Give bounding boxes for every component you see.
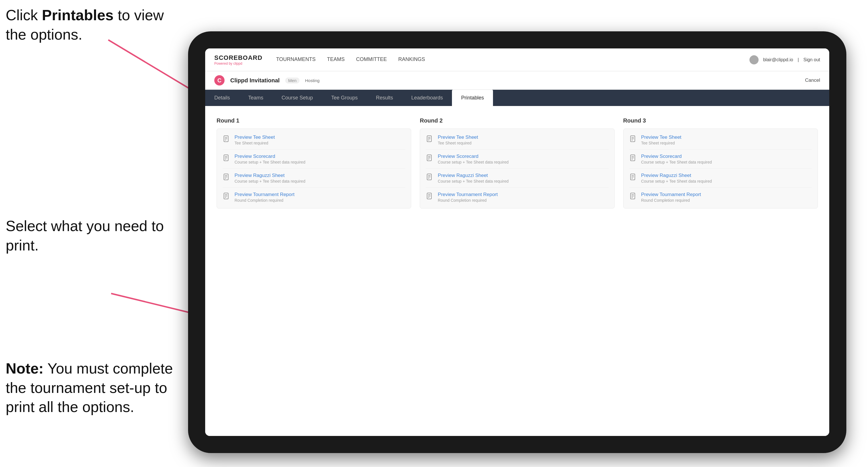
r3-tournament-report[interactable]: Preview Tournament Report Round Completi… <box>629 188 812 203</box>
r1-raguzzi[interactable]: Preview Raguzzi Sheet Course setup + Tee… <box>222 169 405 188</box>
document-icon-r3-4 <box>629 192 637 200</box>
instruction-top: Click Printables to view the options. <box>6 6 182 44</box>
r1-scorecard-title[interactable]: Preview Scorecard <box>235 154 305 159</box>
tablet-screen: SCOREBOARD Powered by clippd TOURNAMENTS… <box>205 49 829 436</box>
nav-separator: | <box>798 57 799 62</box>
r2-tee-sheet-sub: Tee Sheet required <box>438 141 478 145</box>
round-1-card: Preview Tee Sheet Tee Sheet required Pre… <box>217 128 411 209</box>
r2-tee-sheet[interactable]: Preview Tee Sheet Tee Sheet required <box>426 134 609 150</box>
r2-scorecard-title[interactable]: Preview Scorecard <box>438 154 508 159</box>
r2-tournament-report[interactable]: Preview Tournament Report Round Completi… <box>426 188 609 203</box>
tournament-status: Hosting <box>305 78 320 83</box>
r1-tee-sheet-title[interactable]: Preview Tee Sheet <box>235 134 275 140</box>
r3-tee-sheet[interactable]: Preview Tee Sheet Tee Sheet required <box>629 134 812 150</box>
r1-report-sub: Round Completion required <box>235 198 294 203</box>
r1-raguzzi-title[interactable]: Preview Raguzzi Sheet <box>235 173 305 178</box>
document-icon-r3-1 <box>629 135 637 143</box>
r3-scorecard-sub: Course setup + Tee Sheet data required <box>641 160 712 164</box>
r1-tee-sheet-sub: Tee Sheet required <box>235 141 275 145</box>
round-1-title: Round 1 <box>217 117 411 124</box>
tournament-tag: Men <box>285 77 299 84</box>
r2-raguzzi-title[interactable]: Preview Raguzzi Sheet <box>438 173 508 178</box>
r1-report-title[interactable]: Preview Tournament Report <box>235 192 294 197</box>
rounds-container: Round 1 Preview Tee Sheet Tee Sheet requ… <box>217 117 818 209</box>
r3-report-sub: Round Completion required <box>641 198 701 203</box>
document-icon-r2-1 <box>426 135 434 143</box>
tournament-name: Clippd Invitational <box>230 77 280 84</box>
tab-teams[interactable]: Teams <box>239 90 272 106</box>
nav-link-tournaments[interactable]: TOURNAMENTS <box>276 55 316 64</box>
r2-report-sub: Round Completion required <box>438 198 498 203</box>
tab-details[interactable]: Details <box>205 90 239 106</box>
nav-user-email: blair@clippd.io <box>763 57 793 62</box>
tournament-header: C Clippd Invitational Men Hosting Cancel <box>205 71 829 90</box>
r3-scorecard[interactable]: Preview Scorecard Course setup + Tee She… <box>629 150 812 169</box>
nav-logo: SCOREBOARD Powered by clippd <box>214 54 262 65</box>
document-icon-4 <box>222 192 230 200</box>
r2-report-title[interactable]: Preview Tournament Report <box>438 192 498 197</box>
round-2-card: Preview Tee Sheet Tee Sheet required Pre… <box>420 128 614 209</box>
nav-link-teams[interactable]: TEAMS <box>327 55 345 64</box>
cancel-button[interactable]: Cancel <box>805 77 820 83</box>
tournament-logo: C <box>214 75 224 86</box>
round-3-title: Round 3 <box>623 117 818 124</box>
tab-results[interactable]: Results <box>367 90 402 106</box>
document-icon-r2-2 <box>426 154 434 162</box>
nav-avatar <box>749 55 758 64</box>
nav-links: TOURNAMENTS TEAMS COMMITTEE RANKINGS <box>276 55 749 64</box>
document-icon-r2-4 <box>426 192 434 200</box>
r2-scorecard[interactable]: Preview Scorecard Course setup + Tee She… <box>426 150 609 169</box>
sign-out-link[interactable]: Sign out <box>803 57 820 62</box>
r1-tee-sheet[interactable]: Preview Tee Sheet Tee Sheet required <box>222 134 405 150</box>
tab-printables[interactable]: Printables <box>452 90 493 106</box>
r2-raguzzi-sub: Course setup + Tee Sheet data required <box>438 179 508 184</box>
r2-raguzzi[interactable]: Preview Raguzzi Sheet Course setup + Tee… <box>426 169 609 188</box>
tab-course-setup[interactable]: Course Setup <box>272 90 322 106</box>
r1-raguzzi-sub: Course setup + Tee Sheet data required <box>235 179 305 184</box>
round-2-column: Round 2 Preview Tee Sheet Tee Sheet requ… <box>420 117 614 209</box>
r3-report-title[interactable]: Preview Tournament Report <box>641 192 701 197</box>
nav-link-committee[interactable]: COMMITTEE <box>356 55 387 64</box>
nav-logo-sub: Powered by clippd <box>214 62 262 65</box>
nav-right: blair@clippd.io | Sign out <box>749 55 820 64</box>
r1-scorecard[interactable]: Preview Scorecard Course setup + Tee She… <box>222 150 405 169</box>
document-icon-2 <box>222 154 230 162</box>
document-icon-r3-3 <box>629 173 637 181</box>
round-3-column: Round 3 Preview Tee Sheet Tee Sheet requ… <box>623 117 818 209</box>
r3-raguzzi-title[interactable]: Preview Raguzzi Sheet <box>641 173 712 178</box>
tab-bar: Details Teams Course Setup Tee Groups Re… <box>205 90 829 106</box>
document-icon <box>222 135 230 143</box>
round-3-card: Preview Tee Sheet Tee Sheet required Pre… <box>623 128 818 209</box>
r3-tee-sheet-sub: Tee Sheet required <box>641 141 681 145</box>
r3-scorecard-title[interactable]: Preview Scorecard <box>641 154 712 159</box>
document-icon-r2-3 <box>426 173 434 181</box>
tournament-info: C Clippd Invitational Men Hosting <box>214 75 319 86</box>
document-icon-r3-2 <box>629 154 637 162</box>
r1-scorecard-sub: Course setup + Tee Sheet data required <box>235 160 305 164</box>
nav-logo-title: SCOREBOARD <box>214 54 262 62</box>
r3-raguzzi-sub: Course setup + Tee Sheet data required <box>641 179 712 184</box>
r3-tee-sheet-title[interactable]: Preview Tee Sheet <box>641 134 681 140</box>
tab-tee-groups[interactable]: Tee Groups <box>322 90 367 106</box>
instruction-middle: Select what you need to print. <box>6 217 182 255</box>
r2-tee-sheet-title[interactable]: Preview Tee Sheet <box>438 134 478 140</box>
tab-leaderboards[interactable]: Leaderboards <box>402 90 452 106</box>
r1-tournament-report[interactable]: Preview Tournament Report Round Completi… <box>222 188 405 203</box>
tablet-frame: SCOREBOARD Powered by clippd TOURNAMENTS… <box>188 31 846 453</box>
round-1-column: Round 1 Preview Tee Sheet Tee Sheet requ… <box>217 117 411 209</box>
nav-bar: SCOREBOARD Powered by clippd TOURNAMENTS… <box>205 49 829 71</box>
document-icon-3 <box>222 173 230 181</box>
r2-scorecard-sub: Course setup + Tee Sheet data required <box>438 160 508 164</box>
instruction-bottom: Note: You must complete the tournament s… <box>6 359 182 417</box>
main-content: Round 1 Preview Tee Sheet Tee Sheet requ… <box>205 106 829 436</box>
r3-raguzzi[interactable]: Preview Raguzzi Sheet Course setup + Tee… <box>629 169 812 188</box>
round-2-title: Round 2 <box>420 117 614 124</box>
nav-link-rankings[interactable]: RANKINGS <box>398 55 425 64</box>
